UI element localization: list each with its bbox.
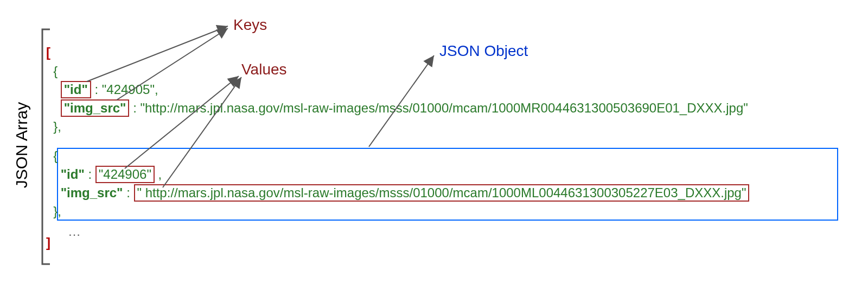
colon: : <box>91 82 102 97</box>
obj2-val-img-box: " http://mars.jpl.nasa.gov/msl-raw-image… <box>134 184 750 202</box>
indent <box>46 185 61 201</box>
colon: : <box>85 167 95 182</box>
close-bracket-line: ] <box>46 234 749 252</box>
label-text: JSON Array <box>12 102 30 188</box>
brace-close: }, <box>53 119 61 134</box>
indent <box>46 64 53 79</box>
code-area: [ { "id" : "424905" , "img_src" : "http:… <box>46 43 749 252</box>
obj1-line-img: "img_src" : "http://mars.jpl.nasa.gov/ms… <box>46 99 749 117</box>
obj1-key-id-box: "id" <box>61 81 91 98</box>
obj1-val-id: "424905" <box>102 82 155 97</box>
indent <box>46 101 61 116</box>
indent <box>46 148 53 164</box>
colon: : <box>129 101 140 116</box>
ellipsis: … <box>68 224 81 239</box>
obj1-key-img: "img_src" <box>64 101 126 115</box>
comma: , <box>155 82 158 97</box>
obj2-close: }, <box>46 202 749 221</box>
obj2-line-id: "id" : "424906" , <box>46 165 749 184</box>
obj2-open: { <box>46 147 749 165</box>
close-bracket: ] <box>46 235 50 251</box>
spacer <box>46 136 749 147</box>
obj1-val-img: "http://mars.jpl.nasa.gov/msl-raw-images… <box>141 101 748 116</box>
open-bracket-line: [ <box>46 43 749 62</box>
indent <box>46 167 61 182</box>
obj2-line-img: "img_src" : " http://mars.jpl.nasa.gov/m… <box>46 184 749 202</box>
obj1-key-img-box: "img_src" <box>61 99 130 117</box>
brace-close: }, <box>53 204 61 219</box>
colon: : <box>123 185 133 201</box>
obj1-open: { <box>46 62 749 80</box>
open-bracket: [ <box>46 45 50 60</box>
brace-open: { <box>53 148 58 164</box>
obj2-val-img: " http://mars.jpl.nasa.gov/msl-raw-image… <box>137 185 746 200</box>
obj2-val-id-box: "424906" <box>95 166 155 183</box>
obj2-key-img: "img_src" <box>61 185 123 201</box>
indent <box>46 119 53 134</box>
keys-label-text: Keys <box>233 16 267 33</box>
obj1-close: }, <box>46 117 749 136</box>
diagram-canvas: JSON Array Keys Values JSON Object [ { "… <box>0 0 868 288</box>
indent <box>46 204 53 219</box>
brace-open: { <box>53 64 58 79</box>
json-array-label: JSON Array <box>12 102 31 188</box>
comma: , <box>158 167 162 182</box>
keys-label: Keys <box>233 16 267 34</box>
obj2-key-id: "id" <box>61 167 85 182</box>
obj1-line-id: "id" : "424905" , <box>46 80 749 99</box>
obj1-key-id: "id" <box>64 82 88 97</box>
obj2-val-id: "424906" <box>99 167 151 181</box>
indent <box>46 82 61 97</box>
space <box>155 167 158 182</box>
